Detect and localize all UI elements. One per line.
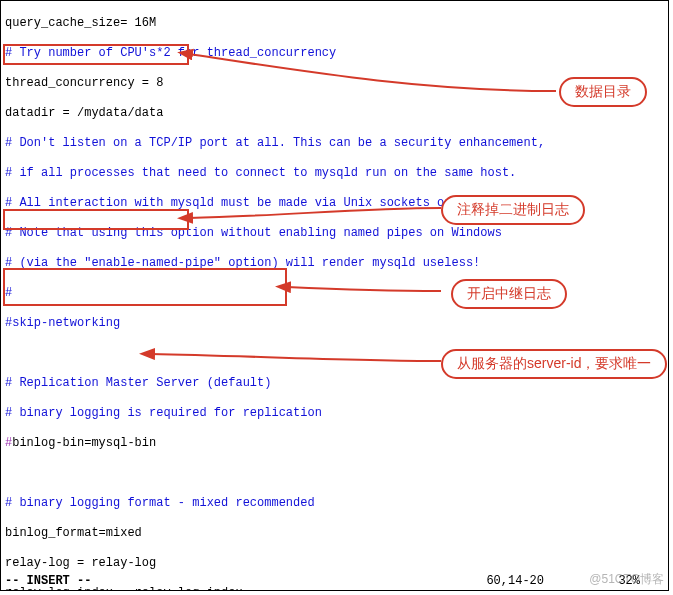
config-line: # binary logging format - mixed recommen… <box>5 496 664 511</box>
config-line: thread_concurrency = 8 <box>5 76 664 91</box>
config-line: # Try number of CPU's*2 for thread_concu… <box>5 46 664 61</box>
vim-position: 60,14-20 <box>486 574 544 588</box>
watermark: @51CTO博客 <box>589 571 664 588</box>
config-line: # binary logging is required for replica… <box>5 406 664 421</box>
blank-line <box>5 346 664 361</box>
file-content: query_cache_size= 16M # Try number of CP… <box>1 1 668 591</box>
config-line: #skip-networking <box>5 316 664 331</box>
config-line: # Note that using this option without en… <box>5 226 664 241</box>
config-line: # if all processes that need to connect … <box>5 166 664 181</box>
vim-statusbar: -- INSERT -- 60,14-20 32% <box>5 574 664 588</box>
vim-mode: -- INSERT -- <box>5 574 91 588</box>
config-line: query_cache_size= 16M <box>5 16 664 31</box>
config-line: # Replication Master Server (default) <box>5 376 664 391</box>
config-line: # (via the "enable-named-pipe" option) w… <box>5 256 664 271</box>
config-line: # Don't listen on a TCP/IP port at all. … <box>5 136 664 151</box>
config-line: #binlog-bin=mysql-bin <box>5 436 664 451</box>
config-line: binlog_format=mixed <box>5 526 664 541</box>
config-line: # All interaction with mysqld must be ma… <box>5 196 664 211</box>
config-line: relay-log = relay-log <box>5 556 664 571</box>
editor-window: query_cache_size= 16M # Try number of CP… <box>0 0 669 591</box>
config-line: # <box>5 286 664 301</box>
blank-line <box>5 466 664 481</box>
config-line: datadir = /mydata/data <box>5 106 664 121</box>
